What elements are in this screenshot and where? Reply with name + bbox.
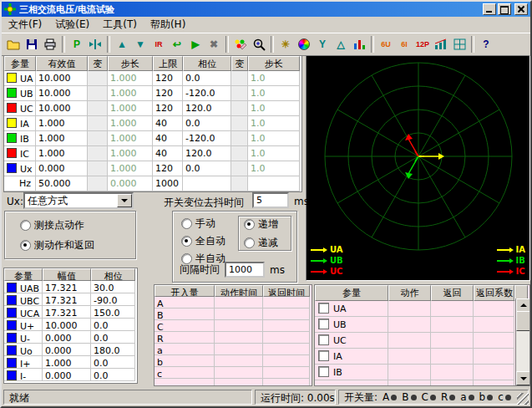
test-mode-option-contact[interactable]: 测接点动作 bbox=[20, 218, 135, 232]
phase-cell[interactable]: 0.0 bbox=[183, 116, 231, 131]
phase-cell[interactable]: -120.0 bbox=[183, 131, 231, 146]
app-icon bbox=[4, 3, 16, 15]
switch-indicator-a: a bbox=[460, 391, 474, 403]
print-button[interactable] bbox=[41, 35, 59, 54]
direction-increase[interactable]: 递增 bbox=[244, 217, 291, 232]
limit-cell[interactable]: 120 bbox=[153, 161, 183, 176]
step-cell[interactable]: 0.000 bbox=[108, 176, 153, 191]
increase-button[interactable]: ▲ bbox=[113, 35, 131, 54]
phase-cell[interactable]: 0.0 bbox=[183, 71, 231, 86]
palette-button[interactable] bbox=[231, 35, 250, 54]
value-cell[interactable]: 0.000 bbox=[36, 161, 88, 176]
twelve-p-icon: 12P bbox=[416, 41, 429, 48]
interval-input[interactable] bbox=[225, 262, 265, 278]
color-wheel-button[interactable] bbox=[295, 35, 313, 54]
close-button[interactable] bbox=[514, 3, 528, 15]
phase-cell[interactable]: -120.0 bbox=[183, 86, 231, 101]
value-cell[interactable]: 10.000 bbox=[36, 86, 88, 101]
phase-step-cell[interactable]: 1.0 bbox=[248, 131, 300, 146]
action-time-cell bbox=[215, 320, 263, 332]
phase-step-cell[interactable]: 1.0 bbox=[248, 86, 300, 101]
menu-test[interactable]: 试验(E) bbox=[48, 17, 96, 33]
phase-step-cell[interactable]: 1.0 bbox=[248, 71, 300, 86]
scroll-thumb[interactable] bbox=[516, 311, 530, 331]
maximize-button[interactable] bbox=[498, 3, 511, 15]
scrollbar[interactable] bbox=[515, 298, 529, 385]
save-button[interactable] bbox=[23, 35, 41, 54]
grid-view-button[interactable] bbox=[450, 35, 469, 54]
phase-p-button[interactable]: P bbox=[68, 35, 86, 54]
six-i-button[interactable]: 6I bbox=[395, 35, 413, 54]
vector-arrow-icon bbox=[311, 247, 327, 252]
radio-icon bbox=[244, 237, 255, 248]
limit-cell[interactable]: 40 bbox=[153, 116, 183, 131]
menu-file[interactable]: 文件(F) bbox=[2, 17, 48, 33]
color-swatch bbox=[7, 333, 17, 343]
phase-step-cell[interactable]: 1.0 bbox=[248, 116, 300, 131]
decrease-button[interactable]: ▼ bbox=[131, 35, 149, 54]
step-cell[interactable]: 1.000 bbox=[108, 116, 153, 131]
limit-cell[interactable]: 40 bbox=[153, 146, 183, 161]
limit-cell[interactable]: 120 bbox=[153, 71, 183, 86]
menu-tools[interactable]: 工具(T) bbox=[96, 17, 144, 33]
phase-step-cell[interactable]: 1.0 bbox=[248, 101, 300, 116]
direction-decrease[interactable]: 递减 bbox=[244, 236, 291, 250]
run-mode-full-auto[interactable]: 全自动 bbox=[181, 234, 225, 248]
value-cell[interactable]: 1.000 bbox=[36, 146, 88, 161]
limit-cell[interactable]: 1000 bbox=[153, 176, 183, 191]
minimize-button[interactable] bbox=[483, 3, 496, 15]
debounce-input[interactable] bbox=[252, 192, 289, 208]
checkbox-icon[interactable] bbox=[318, 303, 329, 314]
ux-mode-select[interactable]: 任意方式 bbox=[23, 192, 134, 209]
phase-step-cell[interactable]: 1.0 bbox=[248, 161, 300, 176]
phase-step-cell[interactable] bbox=[248, 176, 300, 191]
limit-cell[interactable]: 120 bbox=[153, 86, 183, 101]
bar-chart-button[interactable] bbox=[350, 35, 368, 54]
split-phase-button[interactable] bbox=[86, 35, 104, 54]
chevron-down-icon[interactable] bbox=[117, 194, 132, 207]
test-mode-option-action-return[interactable]: 测动作和返回 bbox=[20, 238, 135, 252]
phase-cell[interactable]: 0.0 bbox=[183, 161, 231, 176]
step-cell[interactable]: 1.000 bbox=[108, 71, 153, 86]
phase-cell[interactable]: 120.0 bbox=[183, 101, 231, 116]
step-cell[interactable]: 1.000 bbox=[108, 101, 153, 116]
checkbox-icon[interactable] bbox=[318, 334, 329, 345]
value-cell[interactable]: 1.000 bbox=[36, 131, 88, 146]
phase-step-cell[interactable]: 1.0 bbox=[248, 146, 300, 161]
scroll-down-button[interactable] bbox=[516, 371, 530, 385]
return-cell bbox=[431, 365, 474, 380]
derived-row-u-zero: Uo 0.000 180.0 bbox=[4, 344, 137, 356]
start-button[interactable]: ▶ bbox=[186, 35, 205, 54]
y-connection-button[interactable]: Y bbox=[313, 35, 332, 54]
step-cell[interactable]: 1.000 bbox=[108, 131, 153, 146]
six-u-button[interactable]: 6U bbox=[377, 35, 395, 54]
stop-button[interactable]: ✖ bbox=[205, 35, 223, 54]
color-swatch bbox=[7, 320, 17, 330]
value-cell[interactable]: 1.000 bbox=[36, 116, 88, 131]
limit-cell[interactable]: 120 bbox=[153, 101, 183, 116]
value-cell[interactable]: 10.000 bbox=[36, 71, 88, 86]
limit-cell[interactable]: 40 bbox=[153, 131, 183, 146]
checkbox-icon[interactable] bbox=[318, 366, 329, 377]
menu-help[interactable]: 帮助(H) bbox=[144, 17, 192, 33]
open-button[interactable] bbox=[4, 35, 23, 54]
resize-grip[interactable] bbox=[517, 393, 529, 405]
value-cell[interactable]: 50.000 bbox=[36, 176, 88, 191]
step-cell[interactable]: 1.000 bbox=[108, 146, 153, 161]
delta-connection-button[interactable]: △ bbox=[332, 35, 350, 54]
burst-button[interactable]: ☀ bbox=[276, 35, 295, 54]
help-button[interactable]: ? bbox=[477, 35, 495, 54]
phase-cell[interactable] bbox=[183, 176, 231, 191]
step-cell[interactable]: 1.000 bbox=[108, 86, 153, 101]
ir-button[interactable]: IR bbox=[149, 35, 168, 54]
value-cell[interactable]: 10.000 bbox=[36, 101, 88, 116]
checkbox-icon[interactable] bbox=[318, 319, 329, 329]
zoom-button[interactable] bbox=[250, 35, 268, 54]
twelve-p-button[interactable]: 12P bbox=[413, 35, 432, 54]
phase-cell[interactable]: 120.0 bbox=[183, 146, 231, 161]
revert-button[interactable]: ↩ bbox=[168, 35, 186, 54]
run-mode-manual[interactable]: 手动 bbox=[181, 217, 225, 231]
step-cell[interactable]: 1.000 bbox=[108, 161, 153, 176]
harmonic-button[interactable] bbox=[432, 35, 450, 54]
checkbox-icon[interactable] bbox=[318, 350, 329, 361]
